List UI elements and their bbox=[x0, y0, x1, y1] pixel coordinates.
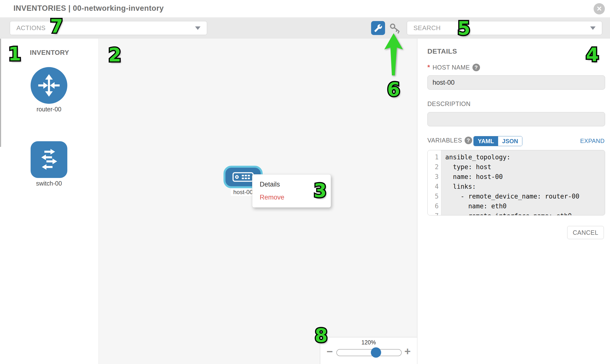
actions-dropdown[interactable]: ACTIONS bbox=[10, 21, 207, 35]
device-switch-00[interactable] bbox=[31, 141, 67, 178]
variables-label: VARIABLES bbox=[427, 137, 462, 144]
variables-label-row: VARIABLES ? bbox=[427, 137, 472, 144]
host-name-input[interactable] bbox=[427, 75, 605, 90]
zoom-control-panel: 120% − + bbox=[320, 337, 417, 364]
wrench-icon bbox=[374, 24, 382, 32]
help-icon[interactable]: ? bbox=[472, 64, 480, 71]
device-router-00[interactable] bbox=[31, 67, 67, 104]
details-heading: DETAILS bbox=[427, 48, 457, 55]
host-name-label: HOST NAME bbox=[432, 64, 470, 71]
code-line-numbers: 1 2 3 4 5 6 7 bbox=[428, 150, 441, 215]
expand-link[interactable]: EXPAND bbox=[580, 138, 605, 144]
close-icon[interactable]: ✕ bbox=[594, 3, 605, 14]
json-toggle-button[interactable]: JSON bbox=[498, 136, 522, 146]
device-label: router-00 bbox=[19, 106, 79, 113]
description-label: DESCRIPTION bbox=[427, 100, 470, 107]
variables-code-editor[interactable]: 1 2 3 4 5 6 7 ansible_topology: type: ho… bbox=[427, 150, 605, 215]
required-marker: * bbox=[427, 64, 430, 71]
variables-format-toggle: YAML JSON bbox=[473, 136, 522, 146]
search-dropdown[interactable]: SEARCH bbox=[407, 21, 602, 35]
zoom-slider-thumb[interactable] bbox=[371, 347, 381, 358]
host-icon bbox=[232, 172, 254, 182]
zoom-out-button[interactable]: − bbox=[326, 346, 333, 357]
tools-button[interactable] bbox=[371, 21, 385, 35]
search-dropdown-label: SEARCH bbox=[414, 24, 441, 32]
chevron-down-icon bbox=[195, 26, 200, 30]
zoom-in-button[interactable]: + bbox=[404, 346, 411, 357]
yaml-toggle-button[interactable]: YAML bbox=[474, 136, 498, 146]
key-button[interactable] bbox=[389, 23, 402, 35]
toolbar: ACTIONS SEARCH bbox=[0, 18, 610, 39]
switch-icon bbox=[36, 147, 62, 172]
inventory-sidebar: INVENTORY router-00 switch-00 bbox=[0, 39, 99, 364]
help-icon[interactable]: ? bbox=[465, 137, 472, 144]
page-title: INVENTORIES | 00-networking-inventory bbox=[13, 4, 164, 13]
zoom-slider-track[interactable] bbox=[336, 349, 402, 356]
details-panel: DETAILS * HOST NAME ? DESCRIPTION VARIAB… bbox=[418, 39, 610, 364]
host-name-label-row: * HOST NAME ? bbox=[427, 64, 480, 71]
router-icon bbox=[36, 73, 62, 98]
context-menu: Details Remove bbox=[252, 174, 331, 208]
menu-item-details[interactable]: Details bbox=[252, 178, 331, 191]
actions-dropdown-label: ACTIONS bbox=[16, 24, 46, 32]
topology-canvas[interactable]: host-00 Details Remove 120% − + bbox=[99, 39, 417, 364]
key-icon bbox=[389, 23, 402, 35]
device-label: switch-00 bbox=[19, 180, 79, 187]
app-header: INVENTORIES | 00-networking-inventory ✕ bbox=[0, 0, 610, 18]
sidebar-heading: INVENTORY bbox=[30, 49, 69, 57]
chevron-down-icon bbox=[590, 26, 596, 30]
cancel-button[interactable]: CANCEL bbox=[567, 226, 604, 239]
menu-item-remove[interactable]: Remove bbox=[252, 191, 331, 204]
zoom-level-readout: 120% bbox=[320, 339, 417, 346]
code-content: ansible_topology: type: host name: host-… bbox=[441, 150, 605, 215]
description-label-row: DESCRIPTION bbox=[427, 100, 470, 107]
description-input[interactable] bbox=[427, 112, 605, 126]
sidebar-scrollbar[interactable] bbox=[0, 39, 1, 147]
